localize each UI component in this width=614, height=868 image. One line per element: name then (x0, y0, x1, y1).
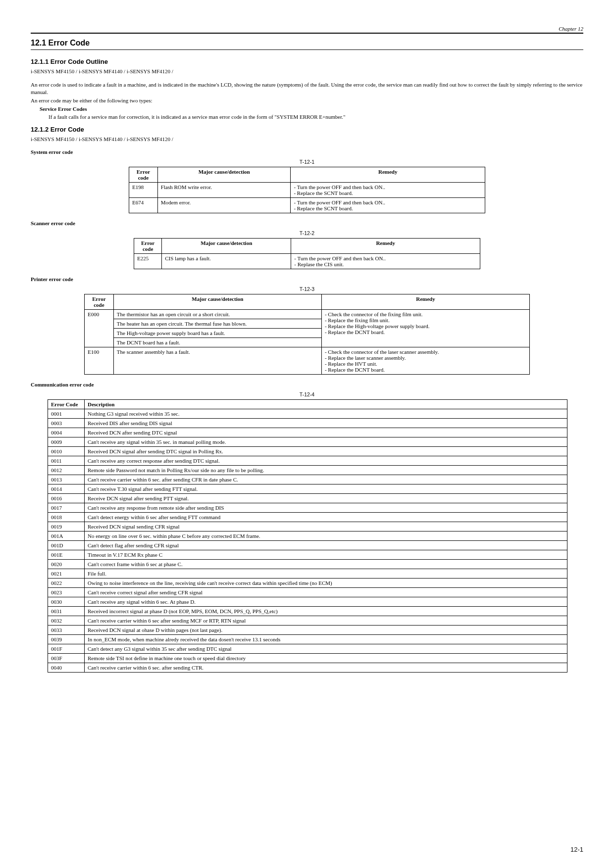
cell: 001A (48, 531, 85, 541)
cell: Received DIS after sending DIS signal (85, 419, 567, 428)
table-header-row: Error code Major cause/detection Remedy (85, 294, 530, 310)
cell: The scanner assembly has a fault. (113, 347, 321, 375)
col-header: Error code (85, 294, 114, 310)
cell: 0033 (48, 626, 85, 635)
cell: Can't detect flag after sending CFR sign… (85, 541, 567, 550)
table-row: 0017Can't receive any response from remo… (48, 503, 567, 513)
cell: Can't receive any signal within 35 sec. … (85, 437, 567, 447)
cell: 0011 (48, 456, 85, 466)
cell: 0013 (48, 475, 85, 484)
cell: 001E (48, 550, 85, 560)
table-caption: T-12-3 (31, 286, 583, 292)
model-list: i-SENSYS MF4150 / i-SENSYS MF4140 / i-SE… (31, 136, 583, 142)
cell: - Turn the power OFF and then back ON.. … (291, 198, 485, 213)
table-row: 0030Can't receive any signal within 6 se… (48, 597, 567, 607)
cell: Received DCN signal at ohase D within pa… (85, 626, 567, 635)
table-row: 0004Received DCN after sending DTC signa… (48, 428, 567, 437)
cell: E198 (129, 183, 158, 198)
system-error-code-label: System error code (31, 149, 583, 155)
col-header: Major cause/detection (162, 239, 291, 254)
cell: Can't receive carrier within 6 sec after… (85, 616, 567, 626)
cell: E000 (85, 310, 114, 347)
cell: No energy on line over 6 sec. within pha… (85, 531, 567, 541)
cell: 0023 (48, 588, 85, 597)
cell: Can't detect energy within 6 sec after s… (85, 513, 567, 522)
table-row: 001ANo energy on line over 6 sec. within… (48, 531, 567, 541)
body-paragraph: An error code may be either of the follo… (31, 97, 583, 104)
cell: Received DCN signal after sending DTC si… (85, 447, 567, 456)
cell: 0009 (48, 437, 85, 447)
table-row: 0009Can't receive any signal within 35 s… (48, 437, 567, 447)
cell: Received DCN signal sending CFR signal (85, 522, 567, 531)
scanner-error-code-table: Error code Major cause/detection Remedy … (134, 238, 480, 269)
cell: 0012 (48, 466, 85, 475)
table-row: 0033Received DCN signal at ohase D withi… (48, 626, 567, 635)
cell: Can't receive carrier within 6 sec. afte… (85, 663, 567, 673)
cell: The heater has an open circuit. The ther… (113, 319, 321, 329)
table-row: 0039In non_ECM mode, when machine alredy… (48, 635, 567, 644)
cell: In non_ECM mode, when machine alredy rec… (85, 635, 567, 644)
table-row: E198 Flash ROM write error. - Turn the p… (129, 183, 485, 198)
cell: 0039 (48, 635, 85, 644)
cell: The DCNT board has a fault. (113, 338, 321, 347)
cell: - Check the connector of the laser scann… (321, 347, 529, 375)
cell: File full. (85, 569, 567, 579)
cell: Receive DCN signal after sending PTT sig… (85, 494, 567, 503)
cell: Can't receive any signal within 6 sec. A… (85, 597, 567, 607)
table-row: 0023Can't receive correct signal after s… (48, 588, 567, 597)
cell: Flash ROM write error. (157, 183, 291, 198)
cell: 001D (48, 541, 85, 550)
printer-error-code-table: Error code Major cause/detection Remedy … (84, 294, 530, 375)
cell: 0003 (48, 419, 85, 428)
col-header: Major cause/detection (113, 294, 321, 310)
cell: 0018 (48, 513, 85, 522)
table-row: E674 Modem error. - Turn the power OFF a… (129, 198, 485, 213)
col-header: Error code (129, 167, 158, 183)
cell: - Turn the power OFF and then back ON.. … (291, 254, 480, 269)
cell: The High-voltage power supply board has … (113, 329, 321, 338)
cell: Nothing G3 signal received within 35 sec… (85, 409, 567, 419)
cell: CIS lamp has a fault. (162, 254, 291, 269)
cell: 0031 (48, 607, 85, 616)
cell: - Turn the power OFF and then back ON.. … (291, 183, 485, 198)
communication-error-code-table: Error Code Description 0001Nothing G3 si… (48, 399, 567, 673)
subsection-heading-12-1-1: 12.1.1 Error Code Outline (31, 58, 583, 65)
page-number: 12-1 (570, 846, 583, 853)
table-row: E000 The thermistor has an open circuit … (85, 310, 530, 319)
body-paragraph: An error code is used to indicate a faul… (31, 81, 583, 96)
cell: 0040 (48, 663, 85, 673)
cell: Can't detect any G3 signal within 35 sec… (85, 644, 567, 654)
table-row: 0021File full. (48, 569, 567, 579)
table-row: 0018Can't detect energy within 6 sec aft… (48, 513, 567, 522)
table-row: 0001Nothing G3 signal received within 35… (48, 409, 567, 419)
cell: Can't receive T.30 signal after sending … (85, 484, 567, 494)
system-error-code-table: Error code Major cause/detection Remedy … (129, 167, 485, 213)
table-row: 0031Received incorrect signal at phase D… (48, 607, 567, 616)
scanner-error-code-label: Scanner error code (31, 220, 583, 226)
table-row: 0014Can't receive T.30 signal after send… (48, 484, 567, 494)
service-error-codes-label: Service Error Codes (40, 105, 583, 113)
cell: 0019 (48, 522, 85, 531)
table-row: 0003Received DIS after sending DIS signa… (48, 419, 567, 428)
model-list: i-SENSYS MF4150 / i-SENSYS MF4140 / i-SE… (31, 68, 583, 74)
col-header: Remedy (291, 167, 485, 183)
table-row: 0040Can't receive carrier within 6 sec. … (48, 663, 567, 673)
table-caption: T-12-1 (31, 159, 583, 165)
cell: 0016 (48, 494, 85, 503)
cell: 0014 (48, 484, 85, 494)
subsection-heading-12-1-2: 12.1.2 Error Code (31, 126, 583, 133)
communication-error-code-label: Communication error code (31, 382, 583, 387)
cell: 0020 (48, 560, 85, 569)
table-caption: T-12-4 (31, 391, 583, 397)
table-row: 0012Remote side Password not match in Po… (48, 466, 567, 475)
cell: E674 (129, 198, 158, 213)
table-row: E100 The scanner assembly has a fault. -… (85, 347, 530, 375)
table-caption: T-12-2 (31, 230, 583, 236)
cell: Remote side Password not match in Pollin… (85, 466, 567, 475)
cell: E225 (134, 254, 162, 269)
cell: 0010 (48, 447, 85, 456)
cell: Remote side TSI not define in machine on… (85, 654, 567, 663)
cell: 0001 (48, 409, 85, 419)
heading-rule (31, 49, 583, 50)
col-header: Error Code (48, 400, 85, 409)
